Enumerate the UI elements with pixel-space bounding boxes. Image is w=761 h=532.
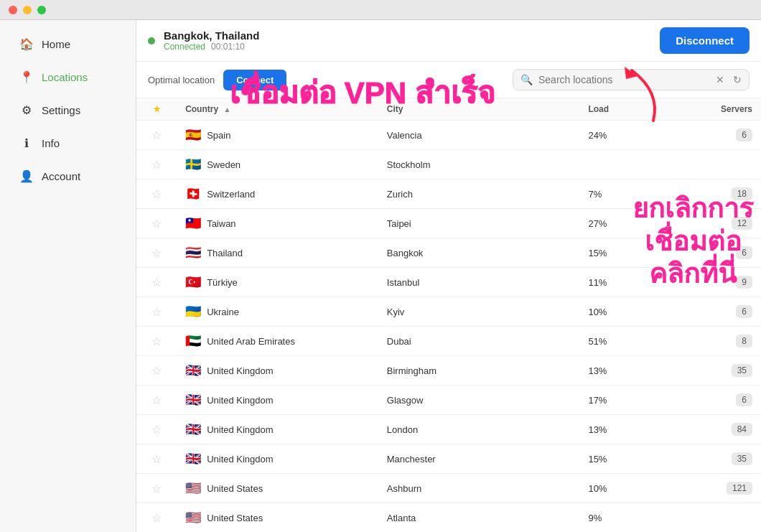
minimize-button[interactable] [23,6,32,14]
load-cell: 10% [579,297,680,327]
load-cell: 27% [579,209,680,238]
app-body: 🏠 Home 📍 Locations ⚙ Settings ℹ Info 👤 A… [0,20,761,532]
country-name: United Kingdom [207,365,274,376]
country-name: Ukraine [207,307,239,317]
city-cell: Atlanta [378,503,580,533]
city-cell: Zurich [378,179,580,209]
sidebar-item-settings[interactable]: ⚙ Settings [6,95,130,125]
table-row: ☆ 🇺🇦 Ukraine Kyiv 10% 6 [136,297,761,327]
load-cell: 9% [579,503,680,533]
load-cell: 7% [579,179,680,209]
flag-icon: 🇸🇪 [185,157,201,172]
country-name: United States [207,513,263,523]
locations-icon: 📍 [20,70,33,83]
star-cell[interactable]: ☆ [136,415,177,444]
sidebar-item-label-account: Account [42,170,80,182]
table-row: ☆ 🇬🇧 United Kingdom Glasgow 17% 6 [136,386,761,415]
flag-icon: 🇨🇭 [185,186,201,202]
servers-badge: 8 [736,335,752,347]
close-button[interactable] [9,6,17,14]
status-dot [148,37,155,45]
country-name: Taiwan [207,218,235,229]
servers-badge: 6 [736,393,752,406]
flag-icon: 🇬🇧 [185,392,201,408]
star-cell[interactable]: ☆ [136,121,177,150]
country-cell: 🇬🇧 United Kingdom [177,415,378,444]
servers-cell: 6 [681,121,761,150]
disconnect-button[interactable]: Disconnect [660,27,750,54]
country-name: Switzerland [207,189,255,200]
servers-cell: 84 [681,415,761,444]
servers-cell: 6 [681,386,761,415]
account-icon: 👤 [20,169,33,182]
info-icon: ℹ [20,136,33,149]
load-cell: 24% [579,121,680,150]
star-cell[interactable]: ☆ [136,209,177,238]
star-cell[interactable]: ☆ [136,179,177,209]
servers-badge: 6 [736,305,752,318]
country-cell: 🇸🇪 Sweden [177,150,378,179]
servers-badge: 12 [732,217,752,230]
country-name: United States [207,483,263,494]
star-cell[interactable]: ☆ [136,327,177,356]
servers-badge: 35 [732,364,752,377]
star-cell[interactable]: ☆ [136,150,177,179]
sidebar-item-label-home: Home [42,38,70,50]
table-row: ☆ 🇬🇧 United Kingdom Birmingham 13% 35 [136,356,761,386]
star-cell[interactable]: ☆ [136,297,177,327]
star-cell[interactable]: ☆ [136,444,177,474]
locations-table: ★ Country ▲ City Load Servers ☆ 🇪� [136,98,761,532]
star-cell[interactable]: ☆ [136,268,177,297]
table-row: ☆ 🇬🇧 United Kingdom Manchester 15% 35 [136,444,761,474]
search-icon: 🔍 [520,74,533,85]
servers-cell [681,503,761,533]
search-bar: 🔍 ✕ ↻ [513,69,750,90]
maximize-button[interactable] [37,6,46,14]
servers-cell: 18 [681,179,761,209]
load-cell: 17% [579,386,680,415]
optimal-location-label: Optimal location [148,75,215,85]
header-country[interactable]: Country ▲ [177,98,378,121]
topbar: Bangkok, Thailand Connected 00:01:10 Dis… [136,20,761,62]
search-input[interactable] [538,74,710,85]
header-load: Load [579,98,680,121]
topbar-status: Connected 00:01:10 [164,42,259,52]
flag-icon: 🇬🇧 [185,363,201,378]
table-row: ☆ 🇹🇭 Thailand Bangkok 15% 6 [136,238,761,268]
flag-icon: 🇺🇸 [185,480,201,496]
servers-cell: 6 [681,238,761,268]
country-cell: 🇹🇼 Taiwan [177,209,378,238]
sidebar-item-account[interactable]: 👤 Account [6,161,130,191]
load-cell: 51% [579,327,680,356]
servers-cell: 9 [681,268,761,297]
table-row: ☆ 🇺🇸 United States Atlanta 9% [136,503,761,533]
table-header-row: ★ Country ▲ City Load Servers [136,98,761,121]
country-name: United Arab Emirates [207,336,295,347]
star-cell[interactable]: ☆ [136,386,177,415]
table-row: ☆ 🇪🇸 Spain Valencia 24% 6 [136,121,761,150]
home-icon: 🏠 [20,37,33,50]
search-refresh-icon[interactable]: ↻ [733,74,742,85]
action-bar-left: Optimal location Connect [148,70,286,90]
star-cell[interactable]: ☆ [136,503,177,533]
country-cell: 🇹🇭 Thailand [177,238,378,268]
country-cell: 🇬🇧 United Kingdom [177,386,378,415]
country-cell: 🇬🇧 United Kingdom [177,356,378,386]
star-cell[interactable]: ☆ [136,238,177,268]
flag-icon: 🇺🇦 [185,304,201,319]
city-cell: Stockholm [378,150,580,179]
sidebar-item-info[interactable]: ℹ Info [6,128,130,158]
star-cell[interactable]: ☆ [136,474,177,503]
servers-cell: 35 [681,356,761,386]
table-container[interactable]: ★ Country ▲ City Load Servers ☆ 🇪� [136,98,761,532]
city-cell: Kyiv [378,297,580,327]
city-cell: Taipei [378,209,580,238]
search-clear-icon[interactable]: ✕ [716,74,724,85]
star-header-icon: ★ [153,104,161,114]
topbar-left: Bangkok, Thailand Connected 00:01:10 [148,29,259,52]
sidebar-item-locations[interactable]: 📍 Locations [6,62,130,92]
star-cell[interactable]: ☆ [136,356,177,386]
table-row: ☆ 🇨🇭 Switzerland Zurich 7% 18 [136,179,761,209]
connect-button[interactable]: Connect [223,70,286,90]
sidebar-item-home[interactable]: 🏠 Home [6,29,130,59]
